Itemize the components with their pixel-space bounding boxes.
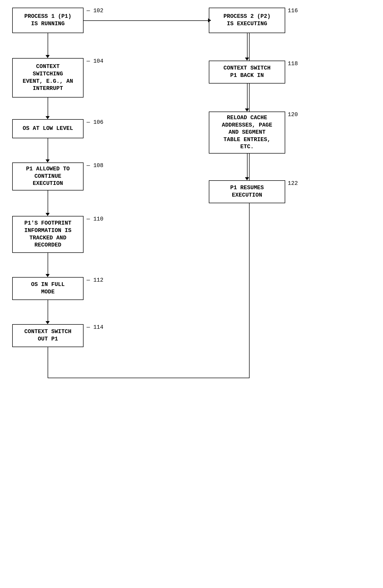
ref-114: — 114 [87,324,103,331]
box-112: OS IN FULL MODE [12,277,84,300]
box-106: OS AT LOW LEVEL [12,119,84,138]
ref-104: — 104 [87,58,103,64]
box-118: CONTEXT SWITCH P1 BACK IN [209,61,285,84]
diagram-container: PROCESS 1 (P1) IS RUNNING — 102 CONTEXT … [0,0,383,588]
box-102: PROCESS 1 (P1) IS RUNNING [12,8,84,33]
box-114: CONTEXT SWITCH OUT P1 [12,324,84,347]
ref-110: — 110 [87,216,103,222]
ref-118: 118 [288,61,298,67]
box-110: P1'S FOOTPRINT INFORMATION IS TRACKED AN… [12,216,84,253]
box-104: CONTEXT SWITCHING EVENT, E.G., AN INTERR… [12,58,84,98]
box-116: PROCESS 2 (P2) IS EXECUTING [209,8,285,33]
ref-116: 116 [288,8,298,14]
ref-102: — 102 [87,8,103,14]
box-122: P1 RESUMES EXECUTION [209,180,285,203]
ref-108: — 108 [87,162,103,169]
ref-106: — 106 [87,119,103,126]
ref-122: 122 [288,180,298,187]
ref-112: — 112 [87,277,103,283]
box-120: RELOAD CACHE ADDRESSES, PAGE AND SEGMENT… [209,112,285,154]
ref-120: 120 [288,112,298,118]
box-108: P1 ALLOWED TO CONTINUE EXECUTION [12,162,84,190]
